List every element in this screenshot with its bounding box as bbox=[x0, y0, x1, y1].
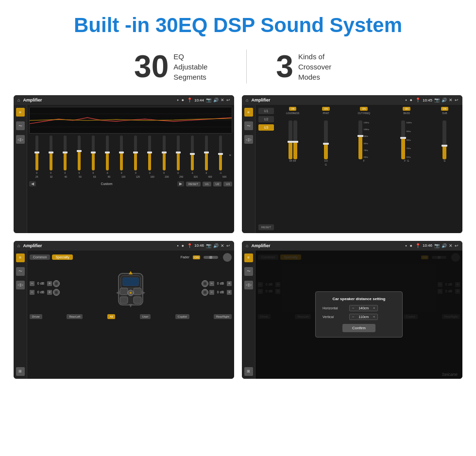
more-icon[interactable]: » bbox=[229, 153, 231, 157]
nav-vol-icon[interactable]: ◁▷ bbox=[16, 135, 25, 144]
ch-right1-plus[interactable]: + bbox=[227, 281, 232, 286]
cutfreq-slider[interactable] bbox=[358, 120, 362, 159]
back-icon-amp2[interactable]: ↩ bbox=[455, 243, 459, 248]
specialty-btn[interactable]: Specialty bbox=[52, 254, 72, 260]
amp1-main: Common Specialty Fader ON bbox=[27, 251, 234, 379]
ch-left1-plus[interactable]: + bbox=[47, 281, 52, 286]
user-btn[interactable]: User bbox=[140, 314, 151, 319]
phat-slider[interactable] bbox=[324, 120, 328, 159]
u3-btn[interactable]: U3 bbox=[258, 124, 274, 131]
loudness-on[interactable]: ON bbox=[289, 107, 297, 111]
nav-vol3-icon[interactable]: ◁▷ bbox=[16, 281, 25, 289]
all-btn[interactable]: All bbox=[107, 314, 116, 319]
horizontal-value: 140cm bbox=[357, 306, 371, 310]
ch-left1-minus[interactable]: − bbox=[30, 281, 34, 286]
eq-thumb-5[interactable] bbox=[105, 152, 110, 153]
reset-btn-cross[interactable]: RESET bbox=[258, 224, 274, 230]
u3-btn-eq1[interactable]: U3 bbox=[223, 182, 232, 186]
eq-thumb-7[interactable] bbox=[133, 152, 138, 153]
camera-icon-amp1: 📷 bbox=[206, 243, 211, 248]
back-icon-eq1[interactable]: ↩ bbox=[226, 98, 230, 102]
x-icon-eq2[interactable]: ✕ bbox=[449, 98, 453, 102]
ch-right1-minus[interactable]: − bbox=[209, 281, 214, 286]
eq-prev-btn[interactable]: ◀ bbox=[29, 181, 36, 186]
nav-eq4-icon[interactable]: ≡ bbox=[244, 253, 253, 262]
amp2-main: Common Specialty ON bbox=[255, 251, 462, 379]
horizontal-plus[interactable]: + bbox=[372, 306, 376, 310]
driver-btn[interactable]: Driver bbox=[30, 314, 42, 319]
eq-thumb-8[interactable] bbox=[147, 152, 152, 153]
ch-right2-plus[interactable]: + bbox=[227, 290, 232, 295]
u1-btn-eq1[interactable]: U1 bbox=[203, 182, 211, 186]
common-btn[interactable]: Common bbox=[30, 254, 50, 260]
eq-slider-8: 0 bbox=[143, 135, 156, 174]
back-icon-eq2[interactable]: ↩ bbox=[455, 98, 459, 102]
eq-thumb-13[interactable] bbox=[218, 153, 223, 155]
loudness-slider1[interactable] bbox=[289, 120, 292, 159]
home-icon-amp1[interactable]: ⌂ bbox=[17, 243, 20, 248]
stats-row: 30 EQ AdjustableSegments 3 Kinds ofCross… bbox=[0, 45, 476, 95]
nav-eq2-icon[interactable]: ≡ bbox=[244, 108, 253, 117]
home-icon-eq1[interactable]: ⌂ bbox=[17, 98, 20, 102]
vertical-minus[interactable]: − bbox=[351, 315, 356, 319]
nav-bt-icon[interactable]: ⊞ bbox=[16, 367, 25, 376]
horizontal-input[interactable]: − 140cm + bbox=[349, 305, 378, 311]
copilot-btn[interactable]: Copilot bbox=[175, 314, 189, 319]
eq-thumb-0[interactable] bbox=[34, 152, 39, 153]
x-icon-eq1[interactable]: ✕ bbox=[221, 98, 224, 102]
loudness-slider2[interactable] bbox=[293, 120, 297, 159]
status-right-amp1: 📍 10:46 📷 🔊 ✕ ↩ bbox=[187, 243, 230, 248]
nav-eq-icon[interactable]: ≡ bbox=[16, 108, 25, 117]
vertical-plus[interactable]: + bbox=[372, 315, 376, 319]
eq-thumb-10[interactable] bbox=[176, 152, 181, 153]
screen-amp2: ⌂ Amplifier ▪ ● 📍 10:46 📷 🔊 ✕ ↩ ≡ 〜 ◁▷ bbox=[242, 241, 462, 379]
nav-eq3-icon[interactable]: ≡ bbox=[16, 253, 25, 262]
nav-wave-icon[interactable]: 〜 bbox=[16, 121, 25, 130]
eq-thumb-2[interactable] bbox=[63, 152, 68, 153]
x-icon-amp1[interactable]: ✕ bbox=[221, 243, 224, 248]
nav-vol2-icon[interactable]: ◁▷ bbox=[244, 135, 253, 144]
eq-thumb-12[interactable] bbox=[204, 152, 209, 153]
sub-slider[interactable] bbox=[442, 120, 446, 159]
bass-label: BASS bbox=[404, 112, 410, 115]
sub-on[interactable]: ON bbox=[441, 107, 449, 111]
back-icon-amp1[interactable]: ↩ bbox=[226, 243, 230, 248]
bass-slider[interactable] bbox=[401, 120, 405, 159]
ch-left2-plus[interactable]: + bbox=[47, 290, 52, 295]
svg-point-12 bbox=[130, 292, 132, 294]
reset-btn-eq1[interactable]: RESET bbox=[186, 182, 201, 186]
bass-on[interactable]: ON bbox=[403, 107, 410, 111]
eq-thumb-1[interactable] bbox=[49, 152, 53, 153]
x-icon-amp2[interactable]: ✕ bbox=[449, 243, 453, 248]
eq-thumb-9[interactable] bbox=[162, 152, 167, 153]
nav-vol4-icon[interactable]: ◁▷ bbox=[244, 281, 253, 289]
ch-left2-minus[interactable]: − bbox=[30, 290, 34, 295]
u2-btn[interactable]: U2 bbox=[258, 116, 274, 122]
nav-wave2-icon[interactable]: 〜 bbox=[244, 121, 253, 130]
cutfreq-on[interactable]: ON bbox=[360, 107, 368, 111]
eq-next-btn[interactable]: ▶ bbox=[177, 181, 184, 186]
ch-right2-minus[interactable]: − bbox=[209, 290, 214, 295]
nav-wave3-icon[interactable]: 〜 bbox=[16, 267, 25, 276]
fader-slider[interactable] bbox=[204, 256, 218, 259]
save-icon-eq1: ▪ bbox=[177, 98, 178, 102]
home-icon-eq2[interactable]: ⌂ bbox=[246, 98, 248, 102]
dialog-horizontal-row: Horizontal − 140cm + bbox=[323, 305, 395, 311]
rearleft-btn[interactable]: RearLeft bbox=[67, 314, 83, 319]
u2-btn-eq1[interactable]: U2 bbox=[213, 182, 222, 186]
horizontal-minus[interactable]: − bbox=[351, 306, 356, 310]
eq-thumb-11[interactable] bbox=[190, 153, 195, 155]
phat-on[interactable]: ON bbox=[322, 107, 330, 111]
nav-wave4-icon[interactable]: 〜 bbox=[244, 267, 253, 276]
u1-btn[interactable]: U1 bbox=[258, 108, 274, 114]
eq-freq-labels: 25 32 40 50 63 80 100 125 160 200 250 32… bbox=[29, 175, 232, 178]
eq-thumb-3[interactable] bbox=[77, 150, 82, 152]
nav-bt4-icon[interactable]: ⊞ bbox=[244, 367, 253, 376]
vertical-input[interactable]: − 110cm + bbox=[349, 314, 378, 320]
rearright-btn[interactable]: RearRight bbox=[214, 314, 232, 319]
eq-thumb-4[interactable] bbox=[91, 152, 96, 153]
home-icon-amp2[interactable]: ⌂ bbox=[246, 243, 248, 248]
eq-thumb-6[interactable] bbox=[119, 152, 124, 153]
speaker-icon-rl bbox=[53, 289, 60, 296]
confirm-button[interactable]: Confirm bbox=[342, 324, 375, 332]
